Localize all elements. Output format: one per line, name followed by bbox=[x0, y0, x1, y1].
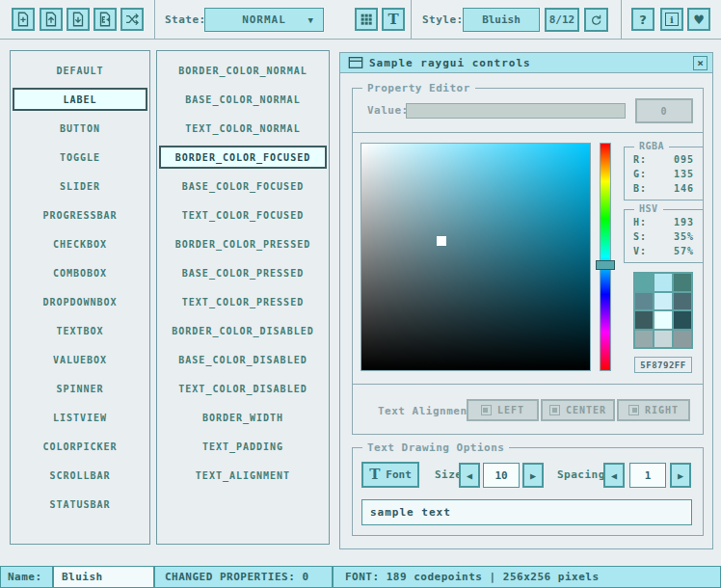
value-button[interactable]: 0 bbox=[635, 98, 693, 123]
prop-text-alignment[interactable]: TEXT_ALIGNMENT bbox=[159, 464, 327, 487]
prop-text-color-focused[interactable]: TEXT_COLOR_FOCUSED bbox=[159, 203, 327, 227]
palette-swatch[interactable] bbox=[674, 274, 691, 291]
list-item-spinner[interactable]: SPINNER bbox=[13, 377, 147, 400]
palette-swatch[interactable] bbox=[654, 274, 672, 291]
prop-text-padding[interactable]: TEXT_PADDING bbox=[159, 435, 327, 458]
align-left-button[interactable]: LEFT bbox=[467, 399, 539, 421]
list-item-button[interactable]: BUTTON bbox=[13, 117, 147, 140]
sample-text-input[interactable]: sample text bbox=[361, 499, 692, 525]
sponsor-button[interactable]: ♥ bbox=[687, 8, 710, 31]
prop-border-color-focused-selected[interactable]: BORDER_COLOR_FOCUSED bbox=[159, 146, 327, 169]
size-increment-button[interactable]: ▶ bbox=[522, 463, 544, 488]
save-style-button[interactable] bbox=[67, 8, 90, 31]
font-atlas-button[interactable]: T bbox=[382, 8, 405, 31]
palette-swatch[interactable] bbox=[635, 331, 653, 348]
list-item-checkbox[interactable]: CHECKBOX bbox=[13, 232, 147, 255]
about-button[interactable]: i bbox=[660, 8, 683, 31]
palette-swatch[interactable] bbox=[654, 293, 672, 310]
list-item-valuebox[interactable]: VALUEBOX bbox=[13, 348, 147, 371]
hex-color-input[interactable]: 5F8792FF bbox=[634, 357, 692, 373]
window-close-button[interactable]: × bbox=[693, 56, 708, 70]
style-table-button[interactable] bbox=[355, 8, 378, 31]
list-item-statusbar[interactable]: STATUSBAR bbox=[13, 493, 147, 516]
style-counter-button[interactable]: 8/12 bbox=[545, 8, 579, 32]
window-title: Sample raygui controls bbox=[369, 57, 531, 69]
align-right-button[interactable]: RIGHT bbox=[617, 399, 690, 421]
hsv-row-s: S:35% bbox=[633, 231, 694, 246]
reload-style-button[interactable] bbox=[584, 8, 608, 32]
spacing-value: 1 bbox=[645, 469, 652, 482]
hsv-row-h: H:193 bbox=[633, 217, 694, 231]
color-picker-cursor[interactable] bbox=[437, 236, 446, 246]
list-item-combobox[interactable]: COMBOBOX bbox=[13, 261, 147, 284]
prop-border-width[interactable]: BORDER_WIDTH bbox=[159, 406, 327, 429]
list-item-slider[interactable]: SLIDER bbox=[13, 174, 147, 198]
size-value-box[interactable]: 10 bbox=[483, 463, 520, 488]
prop-base-color-disabled[interactable]: BASE_COLOR_DISABLED bbox=[159, 348, 327, 371]
list-item-default[interactable]: DEFAULT bbox=[13, 59, 147, 82]
palette-swatch[interactable] bbox=[635, 293, 653, 310]
palette-swatch[interactable] bbox=[635, 274, 653, 291]
spacing-increment-button[interactable]: ▶ bbox=[670, 463, 691, 488]
list-item-label-selected[interactable]: LABEL bbox=[13, 88, 147, 111]
prop-base-color-pressed[interactable]: BASE_COLOR_PRESSED bbox=[159, 261, 327, 284]
align-left-label: LEFT bbox=[497, 405, 524, 415]
list-item-scrollbar[interactable]: SCROLLBAR bbox=[13, 464, 147, 487]
palette-swatch[interactable] bbox=[674, 331, 691, 348]
load-style-button[interactable] bbox=[40, 8, 63, 31]
state-label: State: bbox=[165, 0, 206, 40]
color-picker-panel[interactable] bbox=[360, 143, 591, 371]
prop-base-color-focused[interactable]: BASE_COLOR_FOCUSED bbox=[159, 174, 327, 198]
align-center-button[interactable]: CENTER bbox=[541, 399, 615, 421]
list-item-progressbar[interactable]: PROGRESSBAR bbox=[13, 203, 147, 227]
prop-base-color-normal[interactable]: BASE_COLOR_NORMAL bbox=[159, 88, 327, 111]
prop-border-color-normal[interactable]: BORDER_COLOR_NORMAL bbox=[159, 59, 327, 82]
file-load-icon bbox=[42, 11, 60, 28]
list-item-listview[interactable]: LISTVIEW bbox=[13, 406, 147, 429]
prop-text-color-disabled[interactable]: TEXT_COLOR_DISABLED bbox=[159, 377, 327, 400]
text-options-group-label: Text Drawing Options bbox=[362, 441, 509, 454]
spacing-value-box[interactable]: 1 bbox=[629, 463, 666, 488]
property-editor-group-label: Property Editor bbox=[362, 82, 475, 94]
prop-text-color-pressed[interactable]: TEXT_COLOR_PRESSED bbox=[159, 290, 327, 313]
window-titlebar[interactable]: Sample raygui controls × bbox=[340, 53, 712, 73]
rgba-row-b: B:146 bbox=[633, 183, 694, 198]
random-style-button[interactable] bbox=[120, 8, 144, 31]
close-icon: × bbox=[697, 57, 704, 69]
list-item-colorpicker[interactable]: COLORPICKER bbox=[13, 435, 147, 458]
hue-slider-handle[interactable] bbox=[596, 260, 615, 270]
list-item-toggle[interactable]: TOGGLE bbox=[13, 146, 147, 169]
style-name-value: Bluish bbox=[482, 13, 521, 26]
state-dropdown[interactable]: NORMAL ▼ bbox=[204, 8, 324, 32]
palette-swatch[interactable] bbox=[674, 293, 691, 310]
font-button[interactable]: T Font bbox=[361, 462, 419, 488]
font-T-icon: T bbox=[369, 468, 380, 482]
toolbar-separator bbox=[154, 0, 155, 40]
prop-border-color-pressed[interactable]: BORDER_COLOR_PRESSED bbox=[159, 232, 327, 255]
palette-swatch[interactable] bbox=[654, 331, 672, 348]
list-item-dropdownbox[interactable]: DROPDOWNBOX bbox=[13, 290, 147, 313]
style-name-input[interactable]: Bluish bbox=[53, 566, 154, 588]
spacing-decrement-button[interactable]: ◀ bbox=[603, 463, 625, 488]
palette-swatch[interactable] bbox=[674, 311, 691, 329]
value-slider[interactable] bbox=[406, 103, 626, 119]
align-center-icon bbox=[549, 405, 560, 415]
hue-bar[interactable] bbox=[600, 143, 611, 371]
size-decrement-button[interactable]: ◀ bbox=[459, 463, 480, 488]
style-name-button[interactable]: Bluish bbox=[463, 8, 540, 32]
arrow-right-icon: ▶ bbox=[530, 470, 536, 481]
value-button-label: 0 bbox=[660, 106, 667, 117]
palette-swatch[interactable] bbox=[635, 311, 653, 329]
rgba-group: RGBA R:095 G:135 B:146 bbox=[624, 147, 704, 200]
list-item-textbox[interactable]: TEXTBOX bbox=[13, 319, 147, 342]
export-style-button[interactable] bbox=[93, 8, 117, 31]
text-alignment-label: Text Alignment: bbox=[378, 405, 481, 417]
arrow-left-icon: ◀ bbox=[467, 470, 472, 481]
controls-list: DEFAULT LABEL BUTTON TOGGLE SLIDER PROGR… bbox=[10, 50, 150, 545]
style-label: Style: bbox=[422, 0, 464, 40]
prop-text-color-normal[interactable]: TEXT_COLOR_NORMAL bbox=[159, 117, 327, 140]
palette-swatch[interactable] bbox=[654, 311, 672, 329]
new-style-button[interactable] bbox=[12, 8, 35, 31]
prop-border-color-disabled[interactable]: BORDER_COLOR_DISABLED bbox=[159, 319, 327, 342]
help-button[interactable]: ? bbox=[631, 8, 654, 31]
